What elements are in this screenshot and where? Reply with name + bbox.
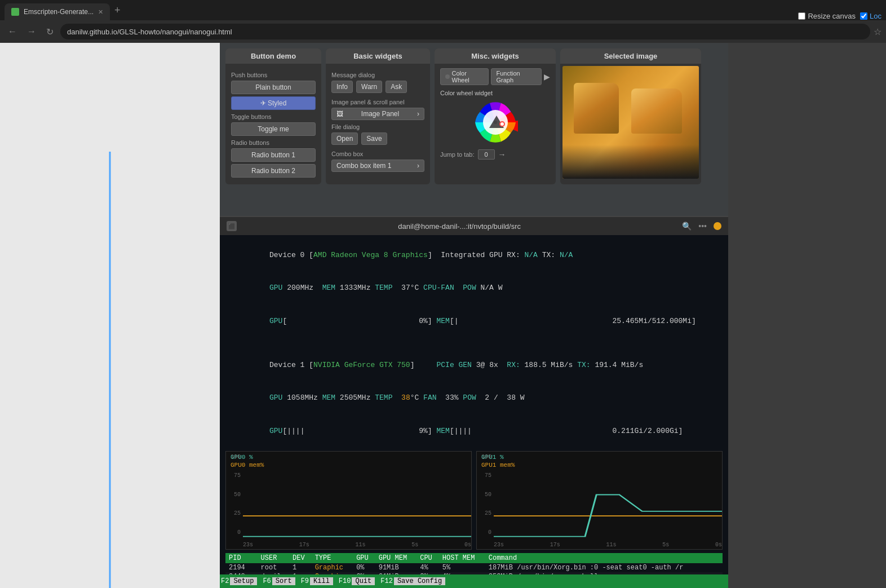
address-input[interactable] — [60, 24, 870, 39]
selected-image-panel: Selected image — [560, 48, 701, 184]
fkey-f2[interactable]: F2 Setup — [220, 577, 262, 585]
browser-chrome: Emscripten-Generate... ✕ + Resize canvas… — [0, 0, 886, 43]
radio-button-2[interactable]: Radio button 2 — [231, 164, 316, 178]
lock-checkbox[interactable] — [860, 12, 867, 20]
tab-close-icon[interactable]: ✕ — [98, 8, 103, 16]
td-command: 187MiB /usr/bin/Xorg.bin :0 -seat seat0 … — [485, 563, 723, 572]
resize-canvas-option: Resize canvas — [798, 12, 856, 20]
forward-button[interactable]: → — [24, 24, 39, 39]
open-button[interactable]: Open — [331, 132, 358, 145]
process-table-header: PID USER DEV TYPE GPU GPU MEM CPU HOST M… — [225, 553, 723, 563]
toggle-button[interactable]: Toggle me — [231, 122, 316, 136]
toggle-buttons-label: Toggle buttons — [231, 113, 316, 120]
y1-25: 25 — [477, 510, 491, 516]
terminal-icon: ⬛ — [227, 221, 237, 231]
resize-canvas-label: Resize canvas — [808, 12, 856, 20]
th-command: Command — [485, 553, 723, 563]
th-gpu-mem: GPU MEM — [375, 553, 417, 563]
combo-box-label: Combo box — [331, 151, 424, 157]
button-demo-panel: Button demo Push buttons Plain button St… — [225, 48, 321, 184]
terminal-search-icon[interactable]: 🔍 — [682, 222, 692, 231]
reload-button[interactable]: ↻ — [43, 24, 57, 39]
bread-image — [562, 66, 699, 179]
misc-widgets-panel: Misc. widgets Color Wheel Function Graph… — [435, 48, 556, 184]
basic-widgets-panel-body: Message dialog Info Warn Ask Image panel… — [326, 64, 430, 179]
color-wheel-svg[interactable] — [473, 100, 518, 145]
td-dev: 1 — [289, 563, 312, 572]
gpu1-graph: GPU1 % GPU1 mem% 100 75 50 25 0 — [476, 451, 723, 550]
terminal-title: danil@home-danil-...:it/nvtop/build/src — [241, 222, 677, 231]
basic-widgets-panel-header: Basic widgets — [326, 48, 430, 64]
gpu0-y-labels: 100 75 50 25 0 — [226, 452, 243, 538]
plain-button[interactable]: Plain button — [231, 81, 316, 94]
th-user: USER — [258, 553, 290, 563]
td-type: Graphic — [312, 563, 353, 572]
new-tab-icon[interactable]: + — [110, 5, 125, 16]
save-button[interactable]: Save — [361, 132, 387, 145]
gpu1-x-labels: 23s 17s 11s 5s 0s — [494, 541, 722, 549]
jump-to-tab-input[interactable] — [478, 149, 495, 160]
fkey-f9-num: F9 — [300, 577, 310, 585]
fkey-f10-num: F10 — [338, 577, 352, 585]
device1-line2: GPU 1058MHz MEM 2505MHz TEMP 38°C FAN 33… — [225, 382, 723, 415]
fkey-f10[interactable]: F10 Quit — [338, 577, 379, 585]
y1-0: 0 — [477, 529, 491, 536]
color-wheel-container[interactable] — [440, 100, 550, 145]
browser-tab[interactable]: Emscripten-Generate... ✕ — [5, 3, 110, 20]
color-wheel-tab[interactable]: Color Wheel — [440, 68, 489, 85]
x-5s: 5s — [411, 542, 418, 548]
terminal-body: Device 0 [AMD Radeon Vega 8 Graphics] In… — [220, 235, 728, 588]
selected-image-panel-header: Selected image — [560, 48, 701, 64]
fkey-f6[interactable]: F6 Sort — [262, 577, 299, 585]
device1-line3: GPU[|||| 9%] MEM[|||| 0.211Gi/2.000Gi] — [225, 414, 723, 448]
terminal-close-button[interactable] — [714, 222, 721, 230]
misc-tab-arrow[interactable]: ▶ — [544, 72, 550, 81]
image-panel-button[interactable]: 🖼 Image Panel › — [331, 108, 424, 120]
ask-button[interactable]: Ask — [386, 81, 407, 93]
gpu-graphs: GPU0 % GPU0 mem% 100 75 50 25 0 — [225, 451, 723, 550]
lock-label: Loc — [870, 12, 881, 20]
back-button[interactable]: ← — [5, 24, 20, 39]
table-row: 2194 root 1 Graphic 0% 91MiB 4% 5% 187Mi… — [225, 563, 723, 572]
y-0: 0 — [226, 529, 241, 536]
bookmark-icon[interactable]: ☆ — [874, 26, 881, 37]
resize-canvas-checkbox[interactable] — [798, 12, 805, 20]
x1-11s: 11s — [606, 542, 616, 548]
misc-widgets-panel-header: Misc. widgets — [435, 48, 556, 64]
svg-point-5 — [494, 121, 497, 124]
bread-block-left — [574, 83, 619, 134]
x-17s: 17s — [299, 542, 309, 548]
info-button[interactable]: Info — [331, 81, 353, 93]
terminal-overlay: ⬛ danil@home-danil-...:it/nvtop/build/sr… — [220, 216, 728, 588]
device0-line3: GPU[ 0%] MEM[| 25.465Mi/512.000Mi] — [225, 304, 723, 338]
basic-widgets-panel: Basic widgets Message dialog Info Warn A… — [326, 48, 430, 184]
jump-to-tab-row: Jump to tab: → — [440, 149, 550, 160]
image-scroll-label: Image panel & scroll panel — [331, 99, 424, 105]
combo-box-button[interactable]: Combo box item 1 › — [331, 160, 424, 172]
th-cpu: CPU — [417, 553, 439, 563]
x-23s: 23s — [243, 542, 253, 548]
td-pid: 2194 — [225, 563, 258, 572]
fkey-f9[interactable]: F9 Kill — [300, 577, 338, 585]
tab-bar: Emscripten-Generate... ✕ + Resize canvas… — [0, 0, 886, 20]
th-gpu: GPU — [353, 553, 375, 563]
styled-button[interactable]: Styled — [231, 96, 316, 110]
push-buttons-label: Push buttons — [231, 72, 316, 78]
image-panel-arrow: › — [417, 110, 419, 118]
td-gpu-mem: 91MiB — [375, 563, 417, 572]
y-75: 75 — [226, 472, 241, 479]
fkey-f2-num: F2 — [220, 577, 230, 585]
jump-arrow-icon[interactable]: → — [498, 150, 506, 159]
radio-button-1[interactable]: Radio button 1 — [231, 148, 316, 162]
left-blank-area — [0, 43, 220, 588]
fkey-f12[interactable]: F12 Save Config — [379, 577, 450, 585]
x1-17s: 17s — [550, 542, 560, 548]
device0-line1: Device 0 [AMD Radeon Vega 8 Graphics] In… — [225, 238, 723, 272]
image-panel-icon: 🖼 — [336, 110, 343, 118]
terminal-more-icon[interactable]: ••• — [698, 222, 707, 231]
x-0s: 0s — [464, 542, 471, 548]
warn-button[interactable]: Warn — [356, 81, 382, 93]
address-bar-row: ← → ↻ ☆ — [0, 20, 886, 43]
function-graph-tab[interactable]: Function Graph — [491, 68, 542, 85]
jump-to-tab-label: Jump to tab: — [440, 151, 475, 158]
